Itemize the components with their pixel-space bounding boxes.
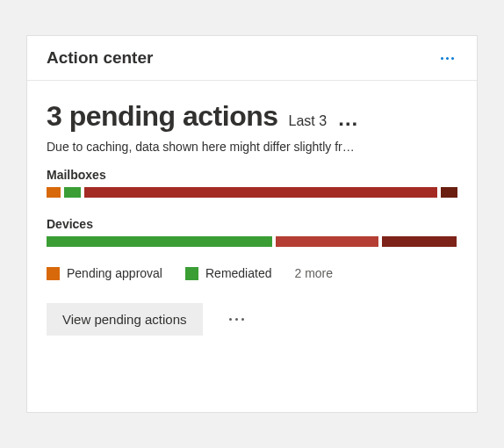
devices-seg-2[interactable]: [276, 236, 378, 247]
legend-item-pending[interactable]: Pending approval: [47, 266, 162, 280]
devices-seg-3[interactable]: [382, 236, 456, 247]
devices-label: Devices: [47, 217, 457, 231]
card-title: Action center: [47, 48, 153, 68]
legend: Pending approval Remediated 2 more: [47, 266, 457, 280]
footer-more-icon[interactable]: [224, 313, 249, 326]
legend-item-remediated[interactable]: Remediated: [185, 266, 272, 280]
ellipsis-icon: …: [337, 113, 360, 124]
mailboxes-seg-pending[interactable]: [47, 187, 61, 198]
mailboxes-seg-remediated[interactable]: [64, 187, 81, 198]
mailboxes-label: Mailboxes: [47, 168, 457, 182]
legend-label-pending: Pending approval: [67, 266, 162, 280]
card-body: 3 pending actions Last 3 … Due to cachin…: [27, 81, 477, 412]
legend-swatch-pending: [47, 267, 60, 280]
pending-actions-count: 3 pending actions: [47, 100, 278, 133]
devices-seg-remediated[interactable]: [47, 236, 272, 247]
caching-caption: Due to caching, data shown here might di…: [47, 140, 457, 154]
time-range-label: Last 3: [289, 113, 328, 129]
action-center-card: Action center 3 pending actions Last 3 ……: [26, 35, 478, 413]
devices-bar: [47, 236, 457, 247]
legend-more[interactable]: 2 more: [294, 266, 333, 280]
view-pending-actions-button[interactable]: View pending actions: [47, 303, 203, 336]
legend-swatch-remediated: [185, 267, 198, 280]
mailboxes-seg-3[interactable]: [84, 187, 438, 198]
more-options-icon[interactable]: [437, 54, 457, 63]
mailboxes-bar: [47, 187, 457, 198]
legend-label-remediated: Remediated: [205, 266, 272, 280]
headline-row: 3 pending actions Last 3 …: [47, 100, 457, 133]
mailboxes-seg-4[interactable]: [441, 187, 457, 198]
footer-row: View pending actions: [47, 303, 457, 336]
card-header: Action center: [27, 36, 477, 81]
